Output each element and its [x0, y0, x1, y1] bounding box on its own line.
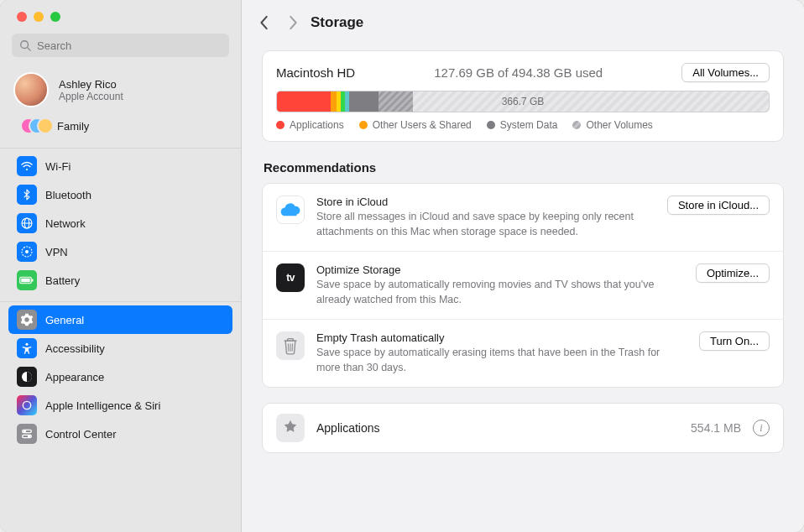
- svg-point-11: [25, 343, 28, 346]
- legend-dot-icon: [359, 121, 368, 129]
- appletv-icon: tv: [276, 263, 305, 292]
- sidebar-item-control-center[interactable]: Control Center: [8, 420, 232, 448]
- gear-icon: [17, 310, 37, 330]
- svg-rect-9: [21, 279, 30, 283]
- legend-system-data: System Data: [487, 119, 558, 131]
- bluetooth-icon: [17, 185, 37, 205]
- sidebar-item-label: Control Center: [45, 428, 117, 441]
- vpn-icon: [17, 242, 37, 262]
- sidebar-group-general: General Accessibility Appearance Apple I…: [0, 301, 241, 451]
- page-title: Storage: [311, 14, 363, 31]
- sidebar-item-label: Appearance: [45, 371, 104, 383]
- sidebar-item-label: VPN: [45, 246, 68, 258]
- sidebar-item-label: General: [45, 314, 84, 326]
- sidebar-item-label: Wi-Fi: [45, 160, 70, 173]
- recommendations-heading: Recommendations: [262, 160, 784, 183]
- sidebar-item-label: Network: [45, 217, 86, 230]
- search-input[interactable]: [12, 34, 229, 57]
- content-header: Storage: [242, 0, 804, 42]
- appearance-icon: [17, 367, 37, 387]
- rec-desc: Save space by automatically erasing item…: [316, 346, 686, 375]
- sidebar-item-appearance[interactable]: Appearance: [8, 362, 232, 391]
- svg-point-16: [23, 430, 25, 432]
- applications-icon: [276, 414, 305, 442]
- minimize-window-button[interactable]: [34, 12, 44, 22]
- rec-desc: Save space by automatically removing mov…: [316, 278, 684, 307]
- sidebar-item-network[interactable]: Network: [8, 209, 232, 237]
- legend-dot-icon: [572, 121, 581, 129]
- siri-icon: [17, 395, 37, 415]
- legend-dot-icon: [276, 121, 285, 129]
- sidebar-item-label: Accessibility: [45, 342, 105, 355]
- store-in-icloud-button[interactable]: Store in iCloud...: [667, 196, 770, 215]
- bar-seg-other-users: [331, 91, 337, 112]
- globe-icon: [17, 213, 37, 233]
- rec-title: Optimize Storage: [316, 263, 684, 276]
- account-name: Ashley Rico: [59, 78, 123, 91]
- avatar: [13, 72, 49, 107]
- free-space-label: 366.7 GB: [502, 96, 545, 107]
- sidebar-item-label: Battery: [45, 274, 80, 287]
- legend-other-volumes: Other Volumes: [572, 119, 652, 131]
- control-center-icon: [17, 424, 37, 444]
- sidebar-item-account[interactable]: Ashley Rico Apple Account: [0, 65, 241, 112]
- svg-point-13: [23, 401, 30, 409]
- sidebar-item-vpn[interactable]: VPN: [8, 237, 232, 266]
- back-button[interactable]: [258, 15, 270, 30]
- wifi-icon: [17, 156, 37, 176]
- optimize-button[interactable]: Optimize...: [696, 263, 770, 283]
- legend-applications: Applications: [276, 119, 344, 131]
- battery-icon: [17, 270, 37, 290]
- turn-on-button[interactable]: Turn On...: [699, 331, 770, 351]
- sidebar-item-bluetooth[interactable]: Bluetooth: [8, 180, 232, 209]
- recommendation-empty-trash: Empty Trash automatically Save space by …: [263, 320, 783, 387]
- rec-desc: Store all messages in iCloud and save sp…: [316, 210, 655, 239]
- family-icon: [20, 116, 47, 136]
- account-subtitle: Apple Account: [59, 91, 123, 102]
- sidebar-item-general[interactable]: General: [8, 305, 232, 334]
- accessibility-icon: [17, 338, 37, 358]
- zoom-window-button[interactable]: [50, 12, 60, 22]
- all-volumes-button[interactable]: All Volumes...: [681, 63, 770, 82]
- close-window-button[interactable]: [17, 12, 27, 22]
- recommendations-list: Store in iCloud Store all messages in iC…: [262, 183, 784, 388]
- legend-dot-icon: [487, 121, 495, 129]
- sidebar-item-battery[interactable]: Battery: [8, 266, 232, 295]
- window-controls: [0, 0, 241, 29]
- storage-usage-text: 127.69 GB of 494.38 GB used: [434, 65, 603, 80]
- icloud-icon: [276, 196, 305, 224]
- sidebar-item-accessibility[interactable]: Accessibility: [8, 334, 232, 362]
- recommendation-optimize-storage: tv Optimize Storage Save space by automa…: [263, 252, 783, 320]
- sidebar: Ashley Rico Apple Account Family Wi-Fi: [0, 0, 242, 532]
- recommendation-store-in-icloud: Store in iCloud Store all messages in iC…: [263, 184, 783, 252]
- storage-summary-card: Macintosh HD 127.69 GB of 494.38 GB used…: [262, 50, 784, 142]
- category-label: Applications: [316, 421, 380, 435]
- sidebar-item-label: Apple Intelligence & Siri: [45, 399, 160, 412]
- bar-seg-applications: [277, 91, 331, 112]
- bar-seg-system-data: [349, 91, 379, 112]
- forward-button[interactable]: [287, 15, 299, 30]
- svg-point-2: [26, 169, 28, 170]
- svg-point-7: [25, 250, 29, 253]
- sidebar-item-label: Bluetooth: [45, 189, 91, 201]
- category-size: 554.1 MB: [691, 421, 741, 435]
- svg-rect-10: [32, 279, 34, 282]
- svg-point-17: [29, 436, 30, 437]
- storage-legend: Applications Other Users & Shared System…: [276, 119, 770, 131]
- rec-title: Empty Trash automatically: [316, 331, 687, 344]
- storage-usage-bar: 366.7 GB: [276, 91, 770, 112]
- main-content: Storage Macintosh HD 127.69 GB of 494.38…: [242, 0, 804, 532]
- category-row-applications[interactable]: Applications 554.1 MB i: [262, 403, 784, 453]
- legend-other-users: Other Users & Shared: [359, 119, 472, 131]
- sidebar-group-network: Wi-Fi Bluetooth Network VPN: [0, 148, 241, 298]
- settings-window: Ashley Rico Apple Account Family Wi-Fi: [0, 0, 804, 532]
- sidebar-item-siri[interactable]: Apple Intelligence & Siri: [8, 391, 232, 420]
- sidebar-item-wifi[interactable]: Wi-Fi: [8, 152, 232, 180]
- info-icon[interactable]: i: [753, 420, 770, 436]
- rec-title: Store in iCloud: [316, 196, 655, 208]
- sidebar-item-family[interactable]: Family: [0, 112, 241, 144]
- volume-name: Macintosh HD: [276, 65, 355, 80]
- family-label: Family: [57, 120, 89, 133]
- bar-seg-other-volumes: [379, 91, 413, 112]
- trash-icon: [276, 331, 305, 360]
